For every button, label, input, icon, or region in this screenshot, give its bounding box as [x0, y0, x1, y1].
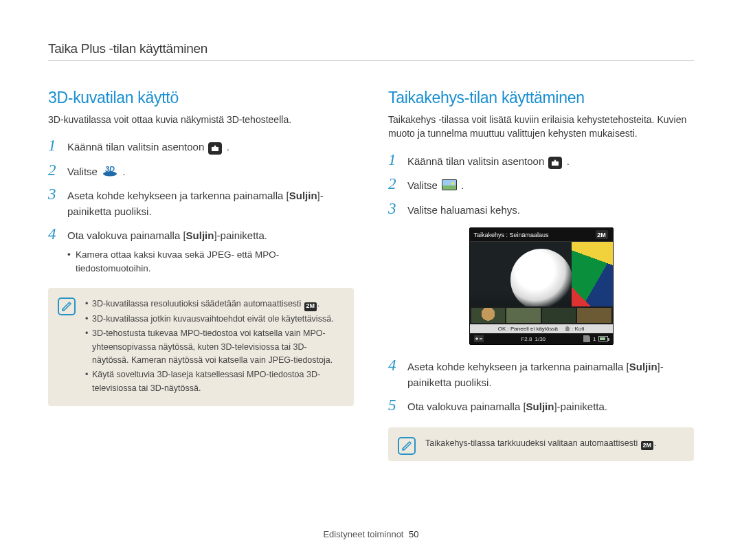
step-text: Ota valokuva painamalla [	[407, 401, 526, 412]
step-text: Ota valokuva painamalla [	[67, 229, 186, 241]
sub-bullet: Kamera ottaa kaksi kuvaa sekä JPEG- että…	[67, 248, 354, 276]
step-text-tail: ]-painiketta.	[214, 229, 267, 241]
thumbnail	[506, 308, 541, 323]
shutter-label: Suljin	[526, 401, 554, 412]
step-text: Käännä tilan valitsin asentoon	[407, 155, 547, 167]
note-item: 3D-tehostusta tukevaa MPO-tiedostoa voi …	[85, 327, 343, 367]
step-body: Ota valokuva painamalla [Suljin]-painike…	[67, 228, 354, 276]
step-number: 2	[48, 162, 60, 178]
note-text: 3D-kuvatilassa resoluutioksi säädetään a…	[92, 299, 304, 309]
step-1: 1 Käännä tilan valitsin asentoon .	[48, 137, 354, 155]
note-item: 3D-kuvatilassa jotkin kuvausvaihtoehdot …	[85, 313, 343, 326]
thumbnail	[577, 308, 611, 323]
resolution-2m-icon: 2M	[641, 441, 653, 450]
step-text: Valitse	[67, 166, 100, 177]
page-footer: Edistyneet toiminnot 50	[0, 529, 742, 539]
sub-bullets: Kamera ottaa kaksi kuvaa sekä JPEG- että…	[67, 248, 354, 276]
step-number: 2	[388, 176, 401, 192]
right-steps: 1 Käännä tilan valitsin asentoon . 2 Val…	[388, 152, 694, 219]
aperture-value: F2.8	[521, 336, 532, 342]
sd-card-icon	[583, 335, 590, 342]
right-steps-continued: 4 Aseta kohde kehykseen ja tarkenna pain…	[388, 357, 694, 415]
step-body: Käännä tilan valitsin asentoon .	[407, 154, 694, 170]
thumbnail	[471, 308, 506, 323]
lcd-top-bar: Taikakehys : Seinämaalaus 2M	[470, 228, 613, 242]
step-text: Käännä tilan valitsin asentoon	[67, 141, 207, 153]
moon-graphic	[510, 249, 572, 311]
left-heading: 3D-kuvatilan käyttö	[48, 89, 354, 107]
step-number: 1	[48, 137, 60, 153]
page: Taika Plus -tilan käyttäminen 3D-kuvatil…	[0, 0, 742, 489]
step-2: 2 Valitse 3D .	[48, 162, 354, 180]
step-text-tail: .	[122, 166, 125, 177]
step-body: Käännä tilan valitsin asentoon .	[67, 139, 354, 155]
step-text-tail: .	[227, 141, 229, 153]
step-body: Aseta kohde kehykseen ja tarkenna painam…	[67, 188, 354, 219]
thumbnail-strip	[470, 306, 613, 324]
note-icon	[398, 437, 416, 455]
battery-icon	[598, 336, 608, 341]
step-text: Valitse	[407, 179, 440, 191]
right-intro: Taikakehys -tilassa voit lisätä kuviin e…	[388, 113, 694, 141]
step-number: 3	[48, 186, 60, 202]
step-4: 4 Ota valokuva painamalla [Suljin]-paini…	[48, 226, 354, 276]
shutter-speed-value: 1/30	[535, 336, 546, 342]
note-text: Taikakehys-tilassa tarkkuudeksi valitaan…	[425, 438, 640, 448]
step-body: Ota valokuva painamalla [Suljin]-painike…	[407, 399, 694, 415]
page-number: 50	[409, 529, 418, 539]
step-body: Aseta kohde kehykseen ja tarkenna painam…	[407, 359, 694, 390]
left-column: 3D-kuvatilan käyttö 3D-kuvatilassa voit …	[48, 89, 354, 461]
columns: 3D-kuvatilan käyttö 3D-kuvatilassa voit …	[48, 89, 694, 461]
step-2: 2 Valitse .	[388, 176, 694, 194]
footer-label: Edistyneet toiminnot	[323, 529, 403, 539]
note-icon	[58, 298, 76, 315]
lcd-ok-hint: OK : Paneeli ei käytössä	[498, 326, 558, 332]
camera-lcd-screenshot: Taikakehys : Seinämaalaus 2M OK : Paneel…	[469, 227, 614, 345]
right-column: Taikakehys-tilan käyttäminen Taikakehys …	[388, 89, 694, 461]
step-body: Valitse .	[407, 178, 694, 194]
step-5: 5 Ota valokuva painamalla [Suljin]-paini…	[388, 397, 694, 415]
graffiti-graphic	[572, 242, 613, 311]
note-box-left: 3D-kuvatilassa resoluutioksi säädetään a…	[48, 288, 354, 406]
step-3: 3 Valitse haluamasi kehys.	[388, 201, 694, 219]
shutter-label: Suljin	[629, 361, 657, 372]
shutter-label: Suljin	[289, 190, 317, 201]
exposure-comp-icon	[474, 335, 484, 342]
shutter-label: Suljin	[186, 229, 214, 241]
shots-remaining: 1	[593, 336, 596, 342]
step-number: 4	[388, 357, 401, 373]
lcd-home-label: : Koti	[572, 326, 584, 332]
section-title: Taika Plus -tilan käyttäminen	[48, 41, 694, 61]
right-heading: Taikakehys-tilan käyttäminen	[388, 89, 694, 107]
note-item: Taikakehys-tilassa tarkkuudeksi valitaan…	[425, 437, 683, 450]
thumbnail	[542, 308, 576, 323]
left-steps: 1 Käännä tilan valitsin asentoon . 2 Val…	[48, 137, 354, 276]
3d-icon: 3D	[102, 164, 118, 178]
note-text-tail: .	[654, 438, 656, 448]
step-number: 5	[388, 397, 401, 413]
lcd-frame-title: Taikakehys : Seinämaalaus	[474, 232, 549, 238]
left-intro: 3D-kuvatilassa voit ottaa kuvia näkymist…	[48, 113, 354, 126]
lcd-home-hint: : Koti	[565, 326, 584, 332]
step-number: 4	[48, 226, 60, 242]
step-text-tail: .	[567, 155, 570, 167]
step-text: Aseta kohde kehykseen ja tarkenna painam…	[407, 361, 629, 372]
svg-text:3D: 3D	[105, 165, 115, 173]
resolution-2m-icon: 2M	[596, 230, 608, 239]
lcd-preview	[470, 242, 613, 324]
home-icon	[565, 326, 570, 331]
step-body: Valitse haluamasi kehys.	[407, 203, 694, 219]
lcd-hint-bar: OK : Paneeli ei käytössä : Koti	[470, 324, 613, 333]
step-body: Valitse 3D .	[67, 164, 354, 180]
step-4: 4 Aseta kohde kehykseen ja tarkenna pain…	[388, 357, 694, 390]
resolution-2m-icon: 2M	[304, 302, 317, 311]
magic-frame-icon	[442, 179, 457, 190]
step-1: 1 Käännä tilan valitsin asentoon .	[388, 152, 694, 170]
note-item: 3D-kuvatilassa resoluutioksi säädetään a…	[85, 298, 343, 311]
mode-dial-icon	[548, 157, 562, 169]
note-box-right: Taikakehys-tilassa tarkkuudeksi valitaan…	[388, 427, 694, 461]
note-text-tail: .	[317, 299, 319, 309]
lcd-exposure-bar: F2.8 1/30 1	[470, 333, 613, 344]
step-text-tail: ]-painiketta.	[554, 401, 607, 412]
step-number: 3	[388, 201, 401, 216]
